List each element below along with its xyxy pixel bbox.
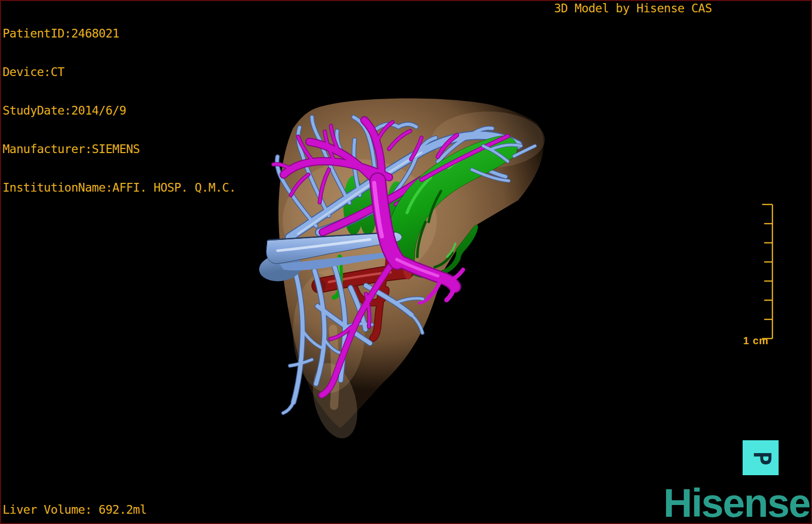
scale-bar: [755, 201, 776, 347]
orientation-p-icon: P: [748, 451, 776, 465]
hisense-logo: Hisense: [663, 483, 810, 523]
watermark-text: 3D Model by Hisense CAS: [554, 2, 712, 15]
liver-volume-text: Liver Volume: 692.2ml: [3, 503, 146, 516]
study-date-line: StudyDate:2014/6/9: [3, 104, 236, 117]
orientation-marker-button[interactable]: P: [743, 440, 779, 475]
scale-bar-label: 1 cm: [743, 335, 769, 347]
institution-line: InstitutionName:AFFI. HOSP. Q.M.C.: [3, 181, 236, 194]
patient-id-line: PatientID:2468021: [3, 27, 236, 40]
patient-info-overlay: PatientID:2468021 Device:CT StudyDate:20…: [3, 2, 236, 220]
manufacturer-line: Manufacturer:SIEMENS: [3, 143, 236, 156]
device-line: Device:CT: [3, 66, 236, 79]
scale-bar-ruler-icon: [755, 201, 776, 345]
app-window: PatientID:2468021 Device:CT StudyDate:20…: [0, 0, 812, 524]
